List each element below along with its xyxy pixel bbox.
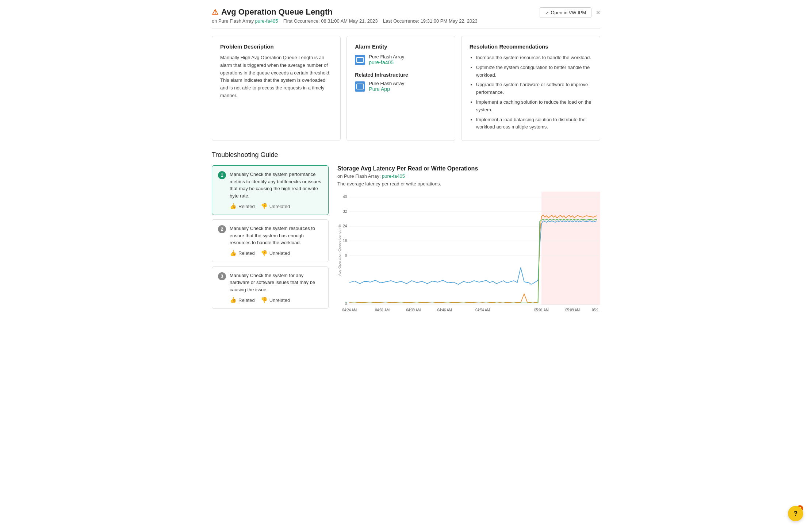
page-title: ⚠ Avg Operation Queue Length: [212, 7, 478, 17]
step-card-2: 2 Manually Check the system resources to…: [212, 219, 329, 262]
problem-card-title: Problem Description: [220, 43, 332, 50]
related-infra-link[interactable]: Pure App: [369, 86, 390, 92]
unrelated-label: Unrelated: [269, 250, 290, 256]
first-occurrence-label: First Occurrence:: [283, 18, 320, 24]
resolution-card: Resolution Recommendations Increase the …: [461, 36, 600, 141]
warning-icon: ⚠: [212, 8, 218, 16]
resolution-item: Implement a caching solution to reduce t…: [476, 99, 592, 114]
resolution-item: Optimize the system configuration to bet…: [476, 64, 592, 79]
external-link-icon: ↗: [545, 10, 549, 15]
chart-container: 40 32 24 16 8 0 Avg Operation Queue Leng…: [337, 192, 600, 316]
related-infra-item: Pure Flash Array Pure App: [355, 81, 447, 92]
step-3-number: 3: [218, 272, 226, 280]
steps-column: 1 Manually Check the system performance …: [212, 165, 329, 309]
chart-subtitle-prefix: on Pure Flash Array:: [337, 173, 381, 179]
svg-text:8: 8: [345, 253, 347, 257]
open-ipm-button[interactable]: ↗ Open in VW IPM: [540, 7, 592, 18]
step-2-actions: 👍 Related 👎 Unrelated: [218, 250, 322, 257]
unrelated-label: Unrelated: [269, 297, 290, 303]
header-subtitle: on Pure Flash Array pure-fa405 First Occ…: [212, 18, 478, 24]
last-occurrence-label: Last Occurrence:: [383, 18, 419, 24]
open-ipm-label: Open in VW IPM: [551, 10, 586, 15]
thumbs-down-icon: 👎: [261, 203, 268, 210]
alarm-entity-title: Alarm Entity: [355, 43, 447, 50]
svg-text:04:24 AM: 04:24 AM: [342, 308, 357, 312]
resolution-list: Increase the system resources to handle …: [470, 54, 592, 131]
subtitle-prefix: on Pure Flash Array: [212, 18, 254, 24]
svg-text:04:46 AM: 04:46 AM: [437, 308, 452, 312]
step-2-text: Manually Check the system resources to e…: [230, 225, 322, 246]
svg-text:04:31 AM: 04:31 AM: [375, 308, 390, 312]
header-divider: [212, 28, 600, 28]
chart-subtitle-link[interactable]: pure-fa405: [382, 173, 405, 179]
svg-text:05:1...: 05:1...: [592, 308, 600, 312]
step-1-related-button[interactable]: 👍 Related: [230, 203, 255, 210]
step-1-text: Manually Check the system performance me…: [230, 171, 322, 199]
alarm-entity-info: Pure Flash Array pure-fa405: [369, 54, 404, 65]
thumbs-up-icon: 👍: [230, 250, 237, 257]
first-occurrence-value: 08:31:00 AM May 21, 2023: [321, 18, 378, 24]
step-card-1: 1 Manually Check the system performance …: [212, 165, 329, 215]
step-3-unrelated-button[interactable]: 👎 Unrelated: [261, 297, 290, 303]
resolution-item: Upgrade the system hardware or software …: [476, 81, 592, 96]
resolution-item: Implement a load balancing solution to d…: [476, 116, 592, 131]
thumbs-down-icon: 👎: [261, 250, 268, 257]
cards-row: Problem Description Manually High Avg Op…: [212, 36, 600, 141]
svg-text:0: 0: [345, 301, 347, 306]
svg-text:40: 40: [343, 195, 347, 199]
svg-text:04:54 AM: 04:54 AM: [475, 308, 490, 312]
title-text: Avg Operation Queue Length: [221, 7, 333, 17]
thumbs-down-icon: 👎: [261, 297, 268, 303]
thumbs-up-icon: 👍: [230, 297, 237, 303]
svg-text:32: 32: [343, 209, 347, 214]
chart-svg: 40 32 24 16 8 0 Avg Operation Queue Leng…: [337, 192, 600, 316]
svg-text:05:01 AM: 05:01 AM: [534, 308, 549, 312]
alarm-entity-card: Alarm Entity Pure Flash Array pure-fa405…: [346, 36, 455, 141]
chart-column: Storage Avg Latency Per Read or Write Op…: [337, 165, 600, 316]
svg-text:16: 16: [343, 238, 347, 243]
resolution-title: Resolution Recommendations: [470, 43, 592, 50]
alarm-entity-link[interactable]: pure-fa405: [369, 59, 394, 65]
troubleshooting-section: Troubleshooting Guide 1 Manually Check t…: [212, 151, 600, 316]
step-2-header: 2 Manually Check the system resources to…: [218, 225, 322, 246]
close-button[interactable]: ×: [596, 8, 600, 17]
alarm-entity-item: Pure Flash Array pure-fa405: [355, 54, 447, 65]
svg-text:04:39 AM: 04:39 AM: [406, 308, 421, 312]
step-1-header: 1 Manually Check the system performance …: [218, 171, 322, 199]
chart-description: The average latency per read or write op…: [337, 181, 600, 187]
related-infra-type: Pure Flash Array: [369, 81, 404, 86]
step-card-3: 3 Manually Check the system for any hard…: [212, 266, 329, 309]
step-2-unrelated-button[interactable]: 👎 Unrelated: [261, 250, 290, 257]
chart-subtitle: on Pure Flash Array: pure-fa405: [337, 173, 600, 179]
svg-text:Avg Operation Queue Length %: Avg Operation Queue Length %: [338, 224, 342, 276]
problem-card-description: Manually High Avg Operation Queue Length…: [220, 54, 332, 100]
related-infra-info: Pure Flash Array Pure App: [369, 81, 404, 92]
alarm-entity-icon: [355, 55, 365, 65]
svg-rect-1: [541, 192, 600, 305]
step-2-number: 2: [218, 225, 226, 233]
step-1-actions: 👍 Related 👎 Unrelated: [218, 203, 322, 210]
problem-description-card: Problem Description Manually High Avg Op…: [212, 36, 341, 141]
step-3-actions: 👍 Related 👎 Unrelated: [218, 297, 322, 303]
svg-text:05:09 AM: 05:09 AM: [565, 308, 580, 312]
array-link[interactable]: pure-fa405: [255, 18, 278, 24]
page-header: ⚠ Avg Operation Queue Length on Pure Fla…: [212, 7, 600, 24]
step-3-text: Manually Check the system for any hardwa…: [230, 272, 322, 293]
step-1-unrelated-button[interactable]: 👎 Unrelated: [261, 203, 290, 210]
troubleshooting-layout: 1 Manually Check the system performance …: [212, 165, 600, 316]
resolution-item: Increase the system resources to handle …: [476, 54, 592, 62]
related-label: Related: [238, 297, 255, 303]
step-1-number: 1: [218, 171, 226, 179]
related-label: Related: [238, 250, 255, 256]
step-3-related-button[interactable]: 👍 Related: [230, 297, 255, 303]
related-infra-title: Related Infrastructure: [355, 72, 447, 78]
last-occurrence-value: 19:31:00 PM May 22, 2023: [421, 18, 478, 24]
related-label: Related: [238, 204, 255, 209]
step-2-related-button[interactable]: 👍 Related: [230, 250, 255, 257]
thumbs-up-icon: 👍: [230, 203, 237, 210]
svg-text:24: 24: [343, 224, 347, 228]
troubleshooting-title: Troubleshooting Guide: [212, 151, 600, 159]
header-left: ⚠ Avg Operation Queue Length on Pure Fla…: [212, 7, 478, 24]
chart-title: Storage Avg Latency Per Read or Write Op…: [337, 165, 600, 172]
step-3-header: 3 Manually Check the system for any hard…: [218, 272, 322, 293]
